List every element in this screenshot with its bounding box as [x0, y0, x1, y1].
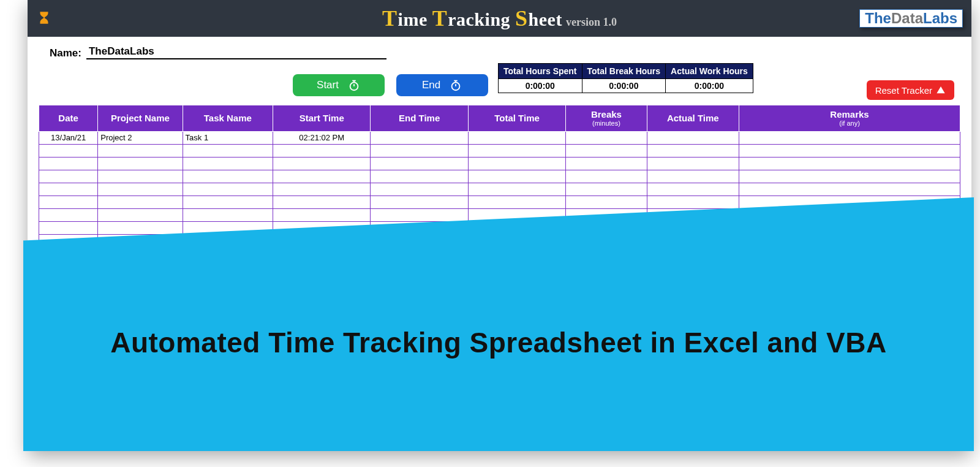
table-row[interactable]: [39, 144, 960, 157]
controls-row: Start End Total Hours Spent Total Break …: [39, 63, 960, 101]
grid-cell[interactable]: [566, 183, 647, 196]
grid-cell[interactable]: [273, 144, 371, 157]
summary-header: Actual Work Hours: [666, 64, 753, 79]
grid-cell[interactable]: [98, 157, 183, 170]
grid-cell[interactable]: [371, 157, 468, 170]
grid-cell[interactable]: [183, 170, 273, 183]
grid-header-row: DateProject NameTask NameStart TimeEnd T…: [39, 105, 960, 132]
table-row[interactable]: [39, 183, 960, 196]
break-hours-value: 0:00:00: [582, 79, 666, 93]
table-row[interactable]: [39, 170, 960, 183]
grid-cell[interactable]: [566, 157, 647, 170]
summary-header: Total Break Hours: [582, 64, 666, 79]
grid-cell[interactable]: [647, 157, 739, 170]
grid-col-header: Date: [39, 105, 98, 132]
grid-cell[interactable]: [647, 183, 739, 196]
start-button-label: Start: [317, 79, 339, 91]
grid-cell[interactable]: [647, 144, 739, 157]
reset-button[interactable]: Reset Tracker: [867, 80, 954, 100]
summary-table: Total Hours Spent Total Break Hours Actu…: [498, 63, 753, 93]
grid-cell[interactable]: [371, 170, 468, 183]
title-letter: T: [432, 6, 448, 31]
grid-cell[interactable]: [183, 144, 273, 157]
grid-cell[interactable]: [739, 157, 960, 170]
grid-cell[interactable]: [39, 221, 98, 234]
table-row[interactable]: 13/Jan/21Project 2Task 102:21:02 PM: [39, 131, 960, 144]
grid-cell[interactable]: [371, 208, 468, 221]
grid-cell[interactable]: [273, 208, 371, 221]
grid-cell[interactable]: Project 2: [98, 131, 183, 144]
grid-col-header: Start Time: [273, 105, 371, 132]
grid-cell[interactable]: [39, 144, 98, 157]
end-button[interactable]: End: [396, 74, 488, 96]
grid-cell[interactable]: [39, 157, 98, 170]
grid-cell[interactable]: 02:21:02 PM: [273, 131, 371, 144]
grid-cell[interactable]: [468, 183, 565, 196]
grid-cell[interactable]: [371, 183, 468, 196]
grid-cell[interactable]: [39, 196, 98, 208]
grid-cell[interactable]: [468, 131, 565, 144]
stopwatch-icon: [347, 78, 361, 92]
actual-hours-value: 0:00:00: [666, 79, 753, 93]
grid-cell[interactable]: [468, 157, 565, 170]
grid-cell[interactable]: [371, 196, 468, 208]
end-button-label: End: [422, 79, 440, 91]
grid-cell[interactable]: [566, 144, 647, 157]
grid-cell[interactable]: [273, 196, 371, 208]
grid-cell[interactable]: [566, 196, 647, 208]
app-title: Time Tracking Sheet version 1.0: [28, 6, 971, 31]
name-row: Name: TheDataLabs: [28, 37, 971, 63]
grid-cell[interactable]: [273, 157, 371, 170]
grid-cell[interactable]: [371, 144, 468, 157]
grid-cell[interactable]: [647, 131, 739, 144]
promo-banner: Automated Time Tracking Spreadsheet in E…: [23, 197, 974, 451]
app-version: version 1.0: [566, 16, 617, 29]
grid-cell[interactable]: [468, 196, 565, 208]
warning-icon: [936, 85, 946, 95]
grid-col-header: Actual Time: [647, 105, 739, 132]
grid-cell[interactable]: 13/Jan/21: [39, 131, 98, 144]
grid-cell[interactable]: [739, 131, 960, 144]
banner-text: Automated Time Tracking Spreadsheet in E…: [110, 326, 887, 359]
grid-cell[interactable]: [39, 170, 98, 183]
grid-cell[interactable]: [739, 170, 960, 183]
grid-cell[interactable]: [468, 170, 565, 183]
name-input[interactable]: TheDataLabs: [86, 45, 386, 59]
header-bar: Time Tracking Sheet version 1.0 TheDataL…: [28, 0, 971, 37]
grid-cell[interactable]: [273, 170, 371, 183]
grid-cell[interactable]: [468, 144, 565, 157]
grid-cell[interactable]: [98, 221, 183, 234]
grid-cell[interactable]: [647, 170, 739, 183]
table-row[interactable]: [39, 157, 960, 170]
grid-cell[interactable]: [566, 131, 647, 144]
svg-point-0: [350, 82, 358, 90]
grid-cell[interactable]: [647, 196, 739, 208]
grid-cell[interactable]: [183, 196, 273, 208]
svg-point-4: [452, 82, 460, 90]
title-letter: T: [382, 6, 398, 31]
logo: TheDataLabs: [859, 9, 963, 28]
grid-cell[interactable]: [183, 157, 273, 170]
reset-button-label: Reset Tracker: [875, 85, 932, 96]
grid-cell[interactable]: [39, 183, 98, 196]
grid-cell[interactable]: [371, 131, 468, 144]
grid-cell[interactable]: [183, 183, 273, 196]
stopwatch-icon: [449, 78, 462, 92]
grid-cell[interactable]: [273, 183, 371, 196]
grid-cell[interactable]: [739, 144, 960, 157]
grid-cell[interactable]: [39, 208, 98, 221]
grid-cell[interactable]: [98, 170, 183, 183]
hourglass-icon: [36, 8, 52, 29]
grid-col-header: End Time: [371, 105, 468, 132]
grid-cell[interactable]: [566, 170, 647, 183]
grid-cell[interactable]: Task 1: [183, 131, 273, 144]
grid-cell[interactable]: [183, 208, 273, 221]
grid-cell[interactable]: [98, 183, 183, 196]
grid-cell[interactable]: [98, 208, 183, 221]
start-button[interactable]: Start: [293, 74, 385, 96]
grid-col-header: Total Time: [468, 105, 565, 132]
grid-col-header: Breaks(minutes): [566, 105, 647, 132]
grid-cell[interactable]: [98, 144, 183, 157]
grid-cell[interactable]: [739, 183, 960, 196]
grid-cell[interactable]: [98, 196, 183, 208]
